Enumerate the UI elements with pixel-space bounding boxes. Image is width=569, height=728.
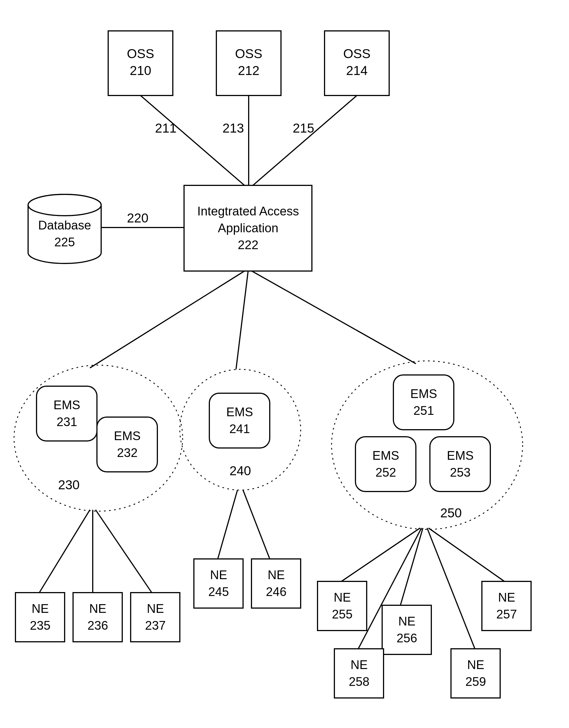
- ne-237-label: NE: [147, 602, 164, 615]
- ne-257-label: NE: [498, 590, 515, 604]
- ne-256-id: 256: [397, 631, 417, 645]
- ne-245-label: NE: [210, 568, 227, 582]
- svg-rect-11: [209, 393, 270, 448]
- oss-210-label: OSS: [127, 46, 154, 61]
- svg-rect-6: [37, 386, 97, 441]
- svg-rect-16: [430, 437, 490, 492]
- svg-rect-19: [482, 581, 531, 631]
- ne-245-id: 245: [208, 585, 229, 599]
- svg-rect-10: [131, 593, 180, 642]
- link-iaa-240: [236, 271, 248, 369]
- ems-252-id: 252: [376, 465, 396, 479]
- ems-232-label: EMS: [114, 429, 140, 443]
- oss-210-id: 210: [130, 63, 151, 78]
- edge-220-label: 220: [127, 211, 149, 225]
- oss-212-box: OSS 212: [216, 31, 281, 95]
- link-211: [140, 95, 244, 185]
- ne-246-id: 246: [266, 585, 286, 599]
- ems-252-label: EMS: [372, 449, 399, 462]
- ems-253-box: EMS 253: [430, 437, 490, 492]
- ems-251-box: EMS 251: [393, 375, 454, 430]
- ne-246-box: NE 246: [251, 559, 301, 608]
- svg-rect-14: [393, 375, 454, 430]
- ne-258-box: NE 258: [335, 649, 384, 698]
- ne-256-label: NE: [398, 614, 415, 628]
- ne-259-id: 259: [465, 675, 486, 688]
- oss-214-label: OSS: [343, 46, 370, 61]
- link-250-257: [429, 528, 504, 581]
- svg-rect-20: [335, 649, 384, 698]
- svg-rect-21: [451, 649, 500, 698]
- link-230-237: [95, 510, 152, 593]
- ems-253-label: EMS: [447, 449, 474, 462]
- edge-213-label: 213: [222, 121, 244, 135]
- network-architecture-diagram: OSS 210 OSS 212 OSS 214 211 213 215 Inte…: [0, 0, 569, 728]
- group-240-id: 240: [229, 463, 251, 478]
- svg-rect-9: [73, 593, 122, 642]
- ne-259-label: NE: [467, 658, 484, 672]
- svg-rect-15: [356, 437, 416, 492]
- svg-rect-7: [97, 417, 157, 472]
- ne-246-label: NE: [267, 568, 284, 582]
- ne-237-id: 237: [145, 618, 165, 632]
- ems-232-id: 232: [117, 446, 137, 459]
- ne-235-id: 235: [30, 618, 50, 632]
- ne-236-box: NE 236: [73, 593, 122, 642]
- ems-241-label: EMS: [226, 405, 253, 419]
- ems-231-id: 231: [56, 415, 77, 429]
- ems-252-box: EMS 252: [356, 437, 416, 492]
- iaa-id: 222: [238, 238, 258, 252]
- link-iaa-230: [90, 271, 244, 368]
- ne-257-id: 257: [496, 607, 517, 621]
- ne-259-box: NE 259: [451, 649, 500, 698]
- link-230-235: [39, 510, 90, 593]
- link-iaa-250: [252, 271, 416, 364]
- ne-258-id: 258: [349, 675, 369, 688]
- svg-rect-13: [251, 559, 301, 608]
- ems-251-label: EMS: [410, 387, 437, 401]
- ems-253-id: 253: [450, 465, 470, 479]
- db-id: 225: [54, 235, 75, 249]
- svg-rect-12: [194, 559, 243, 608]
- edge-215-label: 215: [293, 121, 315, 135]
- ne-255-id: 255: [332, 607, 352, 621]
- ne-236-label: NE: [89, 602, 106, 615]
- ems-232-box: EMS 232: [97, 417, 157, 472]
- group-230-id: 230: [58, 477, 80, 492]
- ne-258-label: NE: [351, 658, 368, 672]
- edge-211-label: 211: [155, 121, 177, 135]
- ne-255-label: NE: [334, 590, 351, 604]
- group-250-id: 250: [440, 506, 462, 520]
- svg-rect-17: [318, 581, 367, 631]
- link-240-245: [218, 490, 237, 559]
- iaa-label1: Integtrated Access: [197, 204, 299, 218]
- link-250-255: [342, 528, 420, 581]
- ems-231-label: EMS: [53, 398, 80, 412]
- ne-256-box: NE 256: [382, 605, 431, 654]
- ne-237-box: NE 237: [131, 593, 180, 642]
- link-215: [253, 95, 357, 185]
- ems-251-id: 251: [413, 404, 434, 417]
- ne-235-label: NE: [31, 602, 49, 615]
- oss-210-box: OSS 210: [108, 31, 173, 95]
- ne-255-box: NE 255: [318, 581, 367, 631]
- ems-241-id: 241: [229, 422, 250, 436]
- link-240-246: [243, 490, 270, 559]
- ne-236-id: 236: [87, 618, 108, 632]
- svg-rect-8: [15, 593, 65, 642]
- ems-231-box: EMS 231: [37, 386, 97, 441]
- iaa-label2: Application: [218, 221, 278, 235]
- oss-214-id: 214: [346, 63, 368, 78]
- oss-214-box: OSS 214: [325, 31, 389, 95]
- ne-245-box: NE 245: [194, 559, 243, 608]
- ems-241-box: EMS 241: [209, 393, 270, 448]
- db-label: Database: [38, 218, 91, 232]
- oss-212-label: OSS: [235, 46, 262, 61]
- iaa-box: Integtrated Access Application 222: [184, 185, 312, 271]
- ne-235-box: NE 235: [15, 593, 65, 642]
- link-250-259: [427, 528, 475, 649]
- svg-rect-18: [382, 605, 431, 654]
- oss-212-id: 212: [238, 63, 259, 78]
- svg-point-5: [28, 194, 101, 216]
- database-icon: Database 225: [28, 194, 101, 263]
